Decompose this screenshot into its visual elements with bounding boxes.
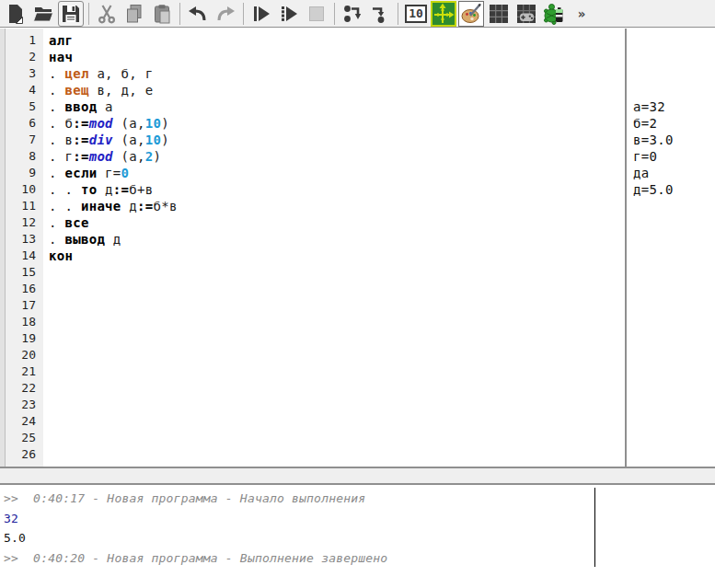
code-line: . б:=mod (а,10): [49, 115, 625, 132]
run-step-button[interactable]: [276, 1, 302, 27]
undo-button[interactable]: [185, 1, 211, 27]
line-number: 25: [6, 430, 43, 446]
redo-icon: [214, 3, 236, 25]
copy-button[interactable]: [121, 1, 147, 27]
code-line: нач: [49, 49, 625, 65]
code-line: [49, 413, 625, 430]
values-margin-panel: а=32б=2в=3.0г=0дад=5.0: [627, 29, 715, 467]
console-line-output: 5.0: [4, 528, 715, 548]
code-token: . г: [49, 149, 73, 164]
line-number: 24: [6, 413, 43, 430]
code-token: . .: [49, 199, 81, 213]
step-into-button[interactable]: [367, 1, 393, 27]
line-number: 10: [6, 181, 43, 198]
code-token: (а,: [113, 149, 145, 164]
turtle-window-button[interactable]: [541, 1, 567, 27]
code-token: иначе: [81, 199, 121, 213]
console-line-status: >> 0:40:20 - Новая программа - Выполнени…: [4, 548, 715, 569]
stop-button[interactable]: [304, 1, 329, 27]
toolbar-separator: [398, 3, 398, 25]
code-line: . в:=div (а,10): [49, 132, 625, 148]
code-line: . вывод д: [49, 231, 625, 248]
paste-icon: [151, 3, 173, 25]
robot-field-grid-icon: [488, 3, 510, 25]
line-number: 12: [6, 214, 43, 231]
save-icon: [60, 3, 82, 25]
values-window-button[interactable]: 10: [403, 1, 429, 27]
new-file-button[interactable]: [3, 1, 29, 27]
code-token: .: [49, 83, 64, 98]
games-window-button[interactable]: [513, 1, 539, 27]
toolbar-overflow-button[interactable]: »: [569, 1, 594, 27]
line-number: 22: [6, 380, 43, 397]
margin-values-list: а=32б=2в=3.0г=0дад=5.0: [633, 98, 674, 198]
line-number: 14: [6, 248, 43, 264]
code-token: 10: [145, 116, 161, 131]
values-window-button-label: 10: [405, 5, 427, 23]
graph-window-button[interactable]: [431, 1, 456, 27]
paste-button[interactable]: [149, 1, 175, 27]
io-console[interactable]: >> 0:40:17 - Новая программа - Начало вы…: [0, 483, 715, 588]
code-token: div: [89, 133, 113, 147]
code-token: :=: [73, 149, 88, 164]
code-token: :=: [73, 133, 88, 147]
code-area[interactable]: алгнач. цел а, б, г. вещ в, д, е. ввод а…: [43, 29, 625, 467]
open-file-button[interactable]: [30, 1, 56, 27]
code-token: (а,: [113, 116, 145, 131]
margin-value: в=3.0: [633, 132, 674, 148]
code-line: [49, 297, 625, 314]
code-line: . ввод а: [49, 98, 625, 115]
code-token: . .: [49, 182, 81, 197]
code-token: ): [161, 116, 169, 131]
code-token: ввод: [64, 99, 97, 114]
painter-window-button[interactable]: [458, 1, 484, 27]
code-token: .: [49, 166, 64, 180]
run-button[interactable]: [248, 1, 274, 27]
line-number: 21: [6, 363, 43, 380]
code-line: . . то д:=б+в: [49, 181, 625, 198]
code-line: [49, 347, 625, 363]
code-token: :=: [113, 182, 129, 197]
line-number: 3: [6, 65, 43, 82]
horizontal-splitter[interactable]: [0, 468, 715, 483]
margin-value: а=32: [633, 98, 674, 115]
line-number: 2: [6, 49, 43, 65]
code-token: кон: [49, 248, 73, 263]
line-number: 26: [6, 446, 43, 463]
code-token: . б: [49, 116, 73, 131]
painter-palette-icon: [460, 3, 482, 25]
margin-value: б=2: [633, 115, 674, 132]
redo-button[interactable]: [213, 1, 238, 27]
code-token: алг: [49, 33, 73, 48]
code-token: б+в: [129, 182, 153, 197]
code-line: . г:=mod (а,2): [49, 148, 625, 165]
line-number: 1: [6, 32, 43, 49]
margin-value: г=0: [633, 148, 674, 165]
code-line: кон: [49, 248, 625, 264]
cut-button[interactable]: [94, 1, 120, 27]
code-token: :=: [73, 116, 88, 131]
code-line: [49, 463, 625, 467]
save-file-button[interactable]: [58, 1, 84, 27]
margin-value: да: [633, 165, 674, 181]
robot-field-window-button[interactable]: [486, 1, 512, 27]
code-token: mod: [89, 116, 113, 131]
toolbar-separator: [179, 3, 180, 25]
code-token: (а,: [113, 133, 145, 147]
margin-value: д=5.0: [633, 181, 674, 198]
code-line: [49, 446, 625, 463]
code-token: ): [161, 133, 169, 147]
graph-axes-icon: [432, 3, 455, 25]
code-token: б*в: [154, 199, 178, 213]
step-over-button[interactable]: [340, 1, 365, 27]
step-into-icon: [369, 3, 391, 25]
code-line: [49, 380, 625, 397]
code-line: [49, 330, 625, 347]
code-token: вывод: [64, 232, 105, 247]
line-number: 18: [6, 314, 43, 330]
new-file-icon: [5, 3, 27, 25]
line-number: 15: [6, 264, 43, 281]
code-token: все: [64, 215, 88, 230]
line-number: 19: [6, 330, 43, 347]
code-line: . . иначе д:=б*в: [49, 198, 625, 214]
